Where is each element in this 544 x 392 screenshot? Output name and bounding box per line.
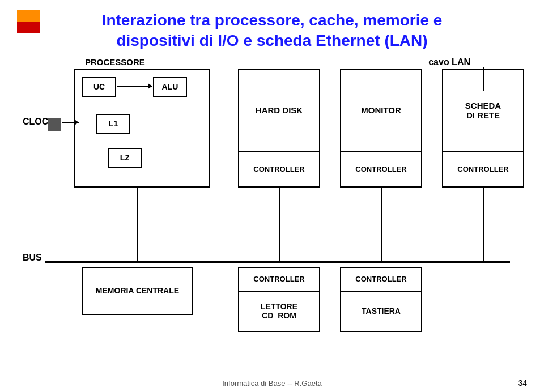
bus-line [45, 261, 510, 263]
cdrom-block: CONTROLLER LETTORECD_ROM [238, 267, 320, 332]
v-connector-processor [137, 188, 138, 261]
hard-disk-text: HARD DISK [256, 105, 303, 115]
page-title: Interazione tra processore, cache, memor… [17, 10, 527, 52]
page: Interazione tra processore, cache, memor… [0, 0, 544, 392]
tastiera-device-text: TASTIERA [362, 306, 401, 316]
scheda-controller-text: CONTROLLER [457, 165, 508, 173]
arrow-uc-alu [117, 86, 152, 87]
scheda-di-rete-label: SCHEDADI RETE [443, 70, 523, 152]
tastiera-device-label: TASTIERA [341, 292, 421, 331]
cdrom-controller-label: CONTROLLER [239, 268, 319, 292]
l2-label: L2 [120, 153, 129, 162]
monitor-label: MONITOR [341, 70, 421, 152]
uc-box: UC [82, 77, 116, 97]
l1-box: L1 [96, 114, 130, 134]
hard-disk-controller-text: CONTROLLER [253, 165, 304, 173]
v-connector-scheda [483, 188, 484, 261]
l1-label: L1 [109, 119, 118, 128]
scheda-di-rete-block: SCHEDADI RETE CONTROLLER [442, 69, 524, 188]
tastiera-controller-label: CONTROLLER [341, 268, 421, 292]
hard-disk-controller-label: CONTROLLER [239, 152, 319, 186]
page-number: 34 [518, 378, 527, 387]
memoria-centrale-box: MEMORIA CENTRALE [82, 267, 193, 315]
l2-box: L2 [108, 148, 142, 168]
monitor-block: MONITOR CONTROLLER [340, 69, 422, 188]
footer: Informatica di Base -- R.Gaeta [0, 379, 544, 387]
cdrom-device-text: LETTORECD_ROM [261, 302, 298, 320]
monitor-text: MONITOR [361, 105, 401, 115]
hard-disk-block: HARD DISK CONTROLLER [238, 69, 320, 188]
v-connector-monitor [381, 188, 382, 261]
title-line2: dispositivi di I/O e scheda Ethernet (LA… [116, 32, 427, 49]
scheda-controller-label: CONTROLLER [443, 152, 523, 186]
alu-label: ALU [162, 82, 178, 91]
monitor-controller-label: CONTROLLER [341, 152, 421, 186]
tastiera-controller-text: CONTROLLER [355, 275, 406, 283]
tastiera-block: CONTROLLER TASTIERA [340, 267, 422, 332]
memoria-centrale-label: MEMORIA CENTRALE [96, 286, 179, 295]
footer-text: Informatica di Base -- R.Gaeta [222, 379, 322, 387]
scheda-di-rete-text: SCHEDADI RETE [465, 101, 501, 120]
uc-label: UC [94, 82, 105, 91]
title-line1: Interazione tra processore, cache, memor… [102, 11, 443, 29]
bottom-separator-line [17, 376, 527, 376]
diagram: PROCESSORE cavo LAN CLOCK UC ALU L1 L2 [17, 57, 527, 340]
processore-label: PROCESSORE [85, 57, 145, 67]
cdrom-device-label: LETTORECD_ROM [239, 292, 319, 331]
hard-disk-label: HARD DISK [239, 70, 319, 152]
v-connector-hard-disk [279, 188, 280, 261]
cdrom-controller-text: CONTROLLER [253, 275, 304, 283]
alu-box: ALU [153, 77, 187, 97]
decoration-square [17, 10, 40, 33]
cavo-lan-label: cavo LAN [428, 57, 470, 67]
monitor-controller-text: CONTROLLER [355, 165, 406, 173]
clock-square [48, 118, 61, 131]
bus-label: BUS [23, 253, 42, 263]
